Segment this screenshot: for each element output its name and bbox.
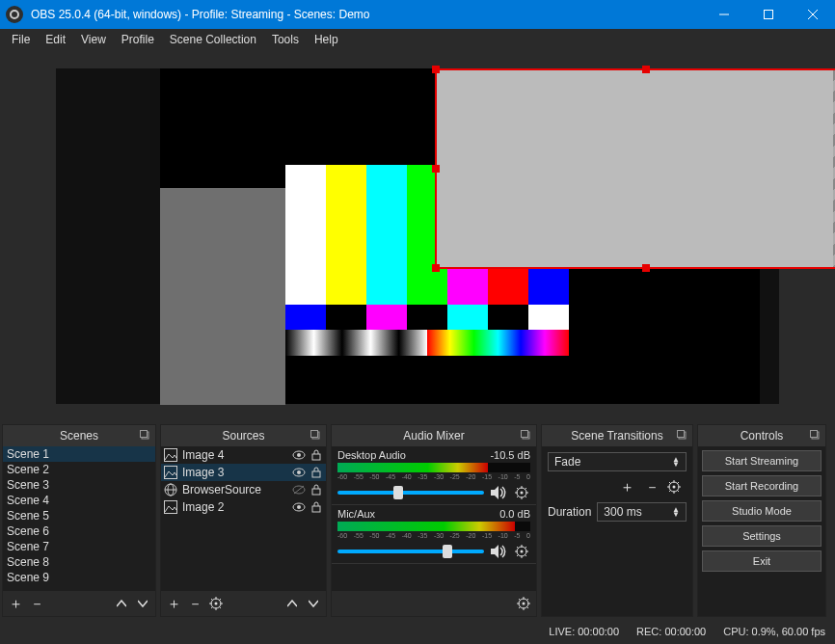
move-source-up-button[interactable] — [282, 593, 303, 614]
menu-view[interactable]: View — [73, 30, 114, 49]
scene-item[interactable]: Scene 6 — [3, 523, 155, 539]
svg-rect-37 — [522, 431, 528, 438]
channel-name: Desktop Audio — [337, 449, 406, 461]
db-ticks: -60-55-50-45-40-35-30-25-20-15-10-50 — [337, 532, 530, 539]
resize-handle-bl[interactable] — [432, 264, 440, 272]
source-row[interactable]: BrowserSource — [161, 481, 326, 498]
duration-spinner[interactable]: 300 ms ▲▼ — [597, 502, 687, 522]
mixer-channel: Mic/Aux0.0 dB -60-55-50-45-40-35-30-25-2… — [332, 505, 536, 564]
volume-slider[interactable] — [337, 491, 484, 495]
preview-canvas[interactable] — [160, 68, 760, 404]
gear-icon[interactable] — [513, 484, 530, 501]
source-row[interactable]: Image 2 — [161, 498, 326, 516]
statusbar: LIVE: 00:00:00 REC: 00:00:00 CPU: 0.9%, … — [0, 619, 835, 644]
scene-item[interactable]: Scene 2 — [3, 462, 155, 477]
audio-meter — [337, 522, 530, 531]
remove-transition-button[interactable]: － — [642, 477, 661, 496]
add-scene-button[interactable]: ＋ — [5, 593, 26, 614]
scene-item[interactable]: Scene 3 — [3, 477, 155, 493]
start-streaming-button[interactable]: Start Streaming — [702, 450, 822, 471]
scenes-header: Scenes — [3, 425, 155, 446]
popout-icon[interactable] — [309, 428, 322, 442]
bottom-docks: Scenes Scene 1 Scene 2 Scene 3 Scene 4 S… — [0, 422, 835, 619]
source-image-4-selected[interactable] — [435, 68, 835, 269]
scene-item[interactable]: Scene 1 — [3, 446, 155, 462]
window-close-button[interactable] — [791, 0, 835, 29]
add-source-button[interactable]: ＋ — [163, 593, 184, 614]
move-source-down-button[interactable] — [303, 593, 324, 614]
scenes-list[interactable]: Scene 1 Scene 2 Scene 3 Scene 4 Scene 5 … — [3, 446, 155, 591]
svg-rect-25 — [312, 506, 320, 512]
channel-name: Mic/Aux — [337, 508, 375, 520]
source-row[interactable]: Image 4 — [161, 446, 326, 464]
svg-line-47 — [525, 488, 526, 490]
scene-item[interactable]: Scene 9 — [3, 570, 155, 585]
lock-icon[interactable] — [309, 499, 324, 515]
svg-line-58 — [525, 547, 526, 549]
settings-button[interactable]: Settings — [702, 525, 822, 547]
speaker-icon[interactable] — [490, 484, 507, 501]
visibility-off-icon[interactable] — [291, 482, 307, 497]
lock-icon[interactable] — [309, 465, 324, 480]
popout-icon[interactable] — [675, 428, 688, 442]
visibility-icon[interactable] — [291, 465, 307, 480]
scene-item[interactable]: Scene 4 — [3, 493, 155, 508]
studio-mode-button[interactable]: Studio Mode — [702, 500, 822, 522]
move-scene-up-button[interactable] — [111, 593, 132, 614]
controls-dock: Controls Start Streaming Start Recording… — [697, 424, 826, 617]
resize-handle-tm[interactable] — [642, 66, 650, 73]
channel-level: -10.5 dB — [490, 449, 530, 461]
visibility-icon[interactable] — [291, 447, 307, 463]
scene-item[interactable]: Scene 5 — [3, 508, 155, 523]
transition-properties-button[interactable] — [667, 477, 687, 496]
window-maximize-button[interactable] — [746, 0, 791, 29]
svg-line-56 — [517, 547, 519, 549]
svg-point-73 — [673, 486, 676, 489]
source-image-2[interactable] — [160, 188, 285, 405]
source-properties-button[interactable] — [205, 593, 227, 614]
svg-line-80 — [677, 482, 679, 484]
menu-profile[interactable]: Profile — [114, 30, 162, 49]
exit-button[interactable]: Exit — [702, 550, 822, 572]
source-row[interactable]: Image 3 — [161, 464, 326, 481]
svg-line-34 — [219, 599, 221, 601]
remove-source-button[interactable]: － — [184, 593, 205, 614]
menu-tools[interactable]: Tools — [264, 30, 307, 49]
lock-icon[interactable] — [309, 447, 324, 463]
menu-file[interactable]: File — [4, 30, 38, 49]
resize-handle-bm[interactable] — [642, 264, 650, 272]
gear-icon[interactable] — [513, 543, 530, 560]
popout-icon[interactable] — [519, 428, 532, 442]
svg-rect-11 — [312, 454, 320, 460]
window-minimize-button[interactable] — [702, 0, 746, 29]
svg-line-33 — [219, 606, 221, 608]
transition-select[interactable]: Fade ▲▼ — [548, 452, 687, 471]
remove-scene-button[interactable]: － — [26, 593, 47, 614]
transition-selected-label: Fade — [554, 455, 580, 469]
popout-icon[interactable] — [138, 428, 151, 442]
visibility-icon[interactable] — [291, 499, 307, 515]
svg-line-68 — [526, 599, 528, 601]
sources-list[interactable]: Image 4 Image 3 BrowserSource Image 2 — [161, 446, 326, 591]
svg-point-24 — [297, 505, 301, 509]
advanced-audio-button[interactable] — [513, 593, 534, 614]
menu-scene-collection[interactable]: Scene Collection — [162, 30, 264, 49]
globe-icon — [163, 482, 178, 497]
add-transition-button[interactable]: ＋ — [617, 477, 636, 496]
scene-item[interactable]: Scene 7 — [3, 539, 155, 554]
speaker-icon[interactable] — [490, 543, 507, 560]
volume-slider[interactable] — [337, 550, 484, 553]
preview-area[interactable] — [0, 50, 835, 422]
menu-edit[interactable]: Edit — [38, 30, 73, 49]
menu-help[interactable]: Help — [307, 30, 346, 49]
resize-handle-ml[interactable] — [432, 165, 440, 173]
svg-point-61 — [523, 603, 525, 605]
scene-item[interactable]: Scene 8 — [3, 554, 155, 570]
lock-icon[interactable] — [309, 482, 324, 497]
popout-icon[interactable] — [808, 428, 822, 442]
move-scene-down-button[interactable] — [132, 593, 153, 614]
start-recording-button[interactable]: Start Recording — [702, 475, 822, 496]
sources-header-label: Sources — [222, 429, 264, 443]
svg-marker-49 — [491, 545, 498, 558]
resize-handle-tl[interactable] — [432, 66, 440, 73]
